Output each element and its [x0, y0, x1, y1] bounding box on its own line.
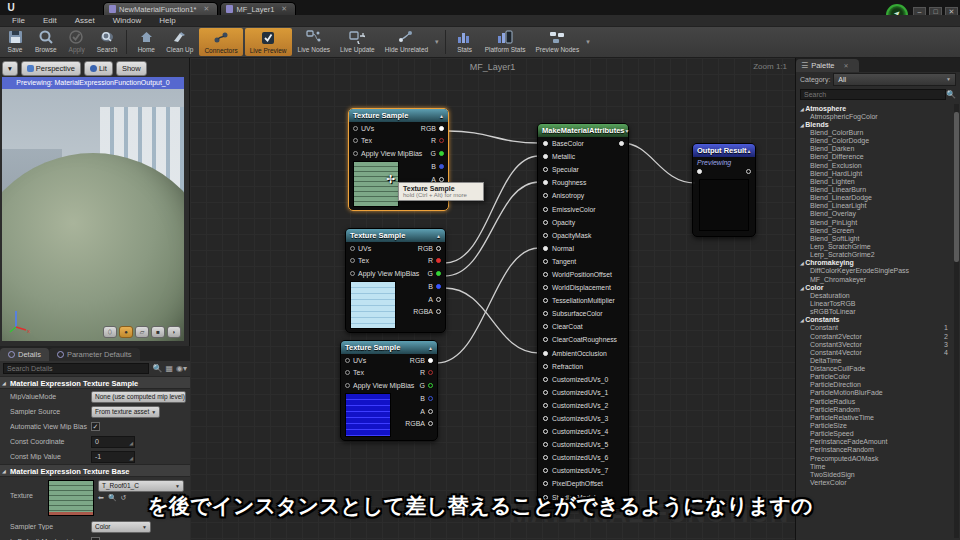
palette-item[interactable]: Lerp_ScratchGrime	[796, 242, 954, 250]
palette-item[interactable]: Blends	[796, 120, 954, 128]
input-pin[interactable]	[543, 324, 548, 329]
palette-item[interactable]: Blend_LinearBurn	[796, 185, 954, 193]
palette-item[interactable]: Blend_LinearDodge	[796, 194, 954, 202]
sphere-shape-button[interactable]: ●	[119, 326, 133, 338]
node-make-material-attributes[interactable]: MakeMaterialAttributes ▼ BaseColor Metal…	[537, 123, 629, 509]
palette-item[interactable]: Blend_Difference	[796, 153, 954, 161]
palette-item[interactable]: Blend_Lighten	[796, 177, 954, 185]
output-pin[interactable]	[436, 258, 441, 263]
palette-item[interactable]: Time	[796, 462, 954, 470]
palette-item[interactable]: Blend_LinearLight	[796, 202, 954, 210]
preview-nodes-button[interactable]: Preview Nodes	[530, 27, 584, 57]
input-pin[interactable]	[543, 377, 548, 382]
palette-item[interactable]: Blend_Overlay	[796, 210, 954, 218]
collapse-icon[interactable]: ▲	[428, 345, 433, 351]
collapse-icon[interactable]: ▼	[625, 128, 630, 134]
document-tab-mf-layer1[interactable]: MF_Layer1 ✕	[220, 2, 296, 15]
plane-shape-button[interactable]: ▱	[135, 326, 149, 338]
connectors-button[interactable]: Connectors	[199, 28, 242, 56]
palette-search-input[interactable]	[800, 89, 946, 100]
palette-item[interactable]: Constant2Vector 2	[796, 332, 954, 340]
input-pin[interactable]	[345, 358, 350, 363]
palette-item[interactable]: Blend_Darken	[796, 145, 954, 153]
automatic-view-mip-checkbox[interactable]: ✓	[91, 422, 100, 431]
clean-up-button[interactable]: Clean Up	[161, 27, 198, 57]
apply-button[interactable]: Apply	[62, 27, 92, 57]
stats-button[interactable]: Stats	[450, 27, 480, 57]
input-pin[interactable]	[543, 481, 548, 486]
palette-item[interactable]: Blend_HardLight	[796, 169, 954, 177]
sampler-type-select[interactable]: Color▼	[91, 521, 151, 533]
section-texture-sample[interactable]: Material Expression Texture Sample	[0, 376, 190, 389]
palette-item[interactable]: Blend_ColorDodge	[796, 137, 954, 145]
viewport-options-button[interactable]: ▾	[2, 61, 18, 76]
input-pin[interactable]	[543, 233, 548, 238]
output-pin[interactable]	[428, 370, 433, 375]
input-pin[interactable]	[543, 403, 548, 408]
output-pin[interactable]	[619, 141, 624, 146]
tab-details[interactable]: Details	[0, 348, 49, 361]
input-pin[interactable]	[543, 193, 548, 198]
input-pin[interactable]	[543, 272, 548, 277]
output-pin[interactable]	[428, 358, 433, 363]
output-pin[interactable]	[439, 126, 444, 131]
palette-item[interactable]: Desaturation	[796, 291, 954, 299]
input-pin[interactable]	[353, 138, 358, 143]
hide-unrelated-button[interactable]: Hide Unrelated	[380, 27, 433, 57]
browse-button[interactable]: Browse	[30, 27, 62, 57]
save-button[interactable]: Save	[0, 27, 30, 57]
palette-item[interactable]: PerInstanceRandom	[796, 446, 954, 454]
palette-item[interactable]: ParticleSize	[796, 421, 954, 429]
palette-item[interactable]: AtmosphericFogColor	[796, 112, 954, 120]
palette-item[interactable]: Blend_PinLight	[796, 218, 954, 226]
input-pin[interactable]	[345, 383, 350, 388]
palette-item[interactable]: DiffColorKeyerErodeSinglePass	[796, 267, 954, 275]
perspective-button[interactable]: Perspective	[21, 61, 81, 76]
close-tab-icon[interactable]: ✕	[204, 5, 210, 13]
palette-item[interactable]: ParticleRadius	[796, 397, 954, 405]
const-mip-value-field[interactable]: -1◢	[91, 451, 135, 463]
palette-item[interactable]: sRGBToLinear	[796, 308, 954, 316]
palette-scrollbar[interactable]	[954, 104, 959, 538]
output-pin[interactable]	[436, 284, 441, 289]
cylinder-shape-button[interactable]: ⬯	[103, 326, 117, 338]
input-pin[interactable]	[350, 258, 355, 263]
output-pin[interactable]	[436, 246, 441, 251]
collapse-icon[interactable]: ▲	[747, 148, 752, 154]
mesh-shape-button[interactable]: ◗	[167, 326, 181, 338]
output-pin[interactable]	[436, 271, 441, 276]
palette-item[interactable]: Constants	[796, 316, 954, 324]
search-button[interactable]: Search	[92, 27, 123, 57]
category-select[interactable]: All▼	[833, 73, 956, 86]
show-button[interactable]: Show	[116, 61, 147, 76]
input-pin[interactable]	[543, 285, 548, 290]
menu-file[interactable]: File	[4, 16, 33, 25]
cube-shape-button[interactable]: ■	[151, 326, 165, 338]
input-pin[interactable]	[543, 259, 548, 264]
output-pin[interactable]	[746, 169, 751, 174]
node-texture-sample-2[interactable]: Texture Sample ▲ UVs RGB Tex R Apply Vie…	[345, 228, 446, 333]
input-pin[interactable]	[543, 207, 548, 212]
output-pin[interactable]	[436, 297, 441, 302]
scrollbar-thumb[interactable]	[954, 112, 959, 262]
input-pin[interactable]	[697, 169, 702, 174]
input-pin[interactable]	[543, 351, 548, 356]
input-pin[interactable]	[543, 429, 548, 434]
palette-item[interactable]: ParticleColor	[796, 373, 954, 381]
input-pin[interactable]	[353, 151, 358, 156]
input-pin[interactable]	[543, 141, 548, 146]
lit-button[interactable]: Lit	[84, 61, 113, 76]
input-pin[interactable]	[345, 370, 350, 375]
collapse-icon[interactable]: ▲	[439, 113, 444, 119]
platform-stats-button[interactable]: Platform Stats	[480, 27, 531, 57]
toolbar-dropdown-icon[interactable]: ▾	[435, 38, 439, 46]
output-pin[interactable]	[436, 309, 441, 314]
node-output-result[interactable]: Output Result ▲ Previewing	[692, 143, 756, 237]
input-pin[interactable]	[350, 246, 355, 251]
palette-item[interactable]: DeltaTime	[796, 356, 954, 364]
palette-item[interactable]: Blend_Screen	[796, 226, 954, 234]
sampler-source-select[interactable]: From texture asset▼	[91, 406, 160, 418]
palette-item[interactable]: Constant 1	[796, 324, 954, 332]
palette-item[interactable]: Constant3Vector 3	[796, 340, 954, 348]
output-pin[interactable]	[428, 421, 433, 426]
